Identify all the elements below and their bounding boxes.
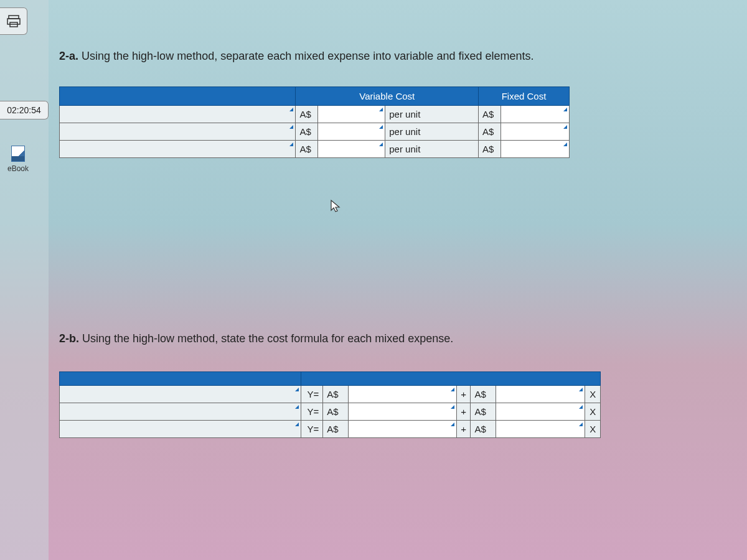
- expense-dropdown[interactable]: [60, 141, 296, 158]
- table-2b: Y= A$ + A$ X Y= A$ + A$ X Y= A: [59, 371, 601, 438]
- expense-dropdown[interactable]: [60, 106, 296, 123]
- fixed-cost-input[interactable]: [501, 106, 570, 123]
- plus-label: +: [456, 403, 470, 421]
- currency-label: A$: [296, 106, 318, 123]
- formula-input-1[interactable]: [349, 386, 457, 403]
- table-row: A$ per unit A$: [60, 141, 570, 158]
- table-row: A$ per unit A$: [60, 106, 570, 123]
- currency-label: A$: [296, 123, 318, 141]
- question-2b-text: 2-b. Using the high-low method, state th…: [59, 332, 710, 345]
- x-label: X: [585, 386, 601, 403]
- svg-rect-1: [7, 19, 20, 24]
- unit-label: per unit: [385, 106, 479, 123]
- chevron-icon: [289, 125, 293, 129]
- formula-input-2[interactable]: [496, 386, 585, 403]
- currency-label: A$: [323, 403, 349, 421]
- formula-input-1[interactable]: [349, 421, 457, 438]
- chevron-icon: [579, 388, 583, 391]
- variable-cost-input[interactable]: [318, 123, 385, 141]
- fixed-cost-input[interactable]: [501, 141, 570, 158]
- variable-cost-input[interactable]: [318, 106, 385, 123]
- expense-dropdown[interactable]: [60, 386, 301, 403]
- currency-label: A$: [479, 123, 501, 141]
- chevron-icon: [379, 108, 383, 111]
- table-row: A$ per unit A$: [60, 123, 570, 141]
- table-row: Y= A$ + A$ X: [60, 421, 601, 438]
- formula-input-2[interactable]: [496, 403, 585, 421]
- print-icon: [7, 15, 21, 27]
- plus-label: +: [456, 421, 470, 438]
- left-sidebar: 02:20:54 eBook: [0, 0, 49, 560]
- expense-dropdown[interactable]: [60, 403, 301, 421]
- chevron-icon: [563, 108, 567, 111]
- book-icon: [11, 146, 25, 162]
- table-2b-header-blank: [301, 372, 601, 386]
- currency-label: A$: [323, 386, 349, 403]
- y-label: Y=: [301, 386, 323, 403]
- table-2a-header-variable: Variable Cost: [296, 87, 479, 106]
- chevron-icon: [295, 422, 299, 426]
- unit-label: per unit: [385, 141, 479, 158]
- expense-dropdown[interactable]: [60, 123, 296, 141]
- currency-label: A$: [323, 421, 349, 438]
- x-label: X: [585, 403, 601, 421]
- question-prefix-2b: 2-b.: [59, 332, 79, 345]
- chevron-icon: [579, 422, 583, 426]
- table-2a-header-blank: [60, 87, 296, 106]
- formula-input-1[interactable]: [349, 403, 457, 421]
- timer-value: 02:20:54: [7, 105, 41, 115]
- ebook-tab[interactable]: eBook: [0, 146, 36, 173]
- table-row: Y= A$ + A$ X: [60, 386, 601, 403]
- chevron-icon: [295, 388, 299, 391]
- question-prefix-2a: 2-a.: [59, 50, 78, 62]
- chevron-icon: [379, 125, 383, 129]
- chevron-icon: [379, 142, 383, 146]
- variable-cost-input[interactable]: [318, 141, 385, 158]
- currency-label: A$: [471, 386, 496, 403]
- chevron-icon: [563, 125, 567, 129]
- currency-label: A$: [296, 141, 318, 158]
- print-tab[interactable]: [0, 7, 27, 35]
- chevron-icon: [451, 422, 454, 426]
- timer-display: 02:20:54: [0, 101, 49, 119]
- y-label: Y=: [301, 421, 323, 438]
- chevron-icon: [289, 142, 293, 146]
- fixed-cost-input[interactable]: [501, 123, 570, 141]
- formula-input-2[interactable]: [496, 421, 585, 438]
- section-2b: 2-b. Using the high-low method, state th…: [59, 332, 710, 438]
- currency-label: A$: [471, 403, 496, 421]
- plus-label: +: [456, 386, 470, 403]
- question-2a-text: 2-a. Using the high-low method, separate…: [59, 50, 710, 63]
- x-label: X: [585, 421, 601, 438]
- table-2a-header-fixed: Fixed Cost: [479, 87, 570, 106]
- table-2b-header-blank: [60, 372, 301, 386]
- table-2a: Variable Cost Fixed Cost A$ per unit A$ …: [59, 86, 570, 158]
- chevron-icon: [451, 405, 454, 409]
- content-area: 2-a. Using the high-low method, separate…: [59, 50, 710, 438]
- table-row: Y= A$ + A$ X: [60, 403, 601, 421]
- chevron-icon: [579, 405, 583, 409]
- unit-label: per unit: [385, 123, 479, 141]
- chevron-icon: [451, 388, 454, 391]
- expense-dropdown[interactable]: [60, 421, 301, 438]
- currency-label: A$: [471, 421, 496, 438]
- currency-label: A$: [479, 141, 501, 158]
- currency-label: A$: [479, 106, 501, 123]
- question-body-2b: Using the high-low method, state the cos…: [82, 332, 453, 345]
- chevron-icon: [295, 405, 299, 409]
- y-label: Y=: [301, 403, 323, 421]
- ebook-label: eBook: [0, 164, 36, 173]
- chevron-icon: [563, 142, 567, 146]
- chevron-icon: [289, 108, 293, 111]
- question-body-2a: Using the high-low method, separate each…: [82, 50, 533, 62]
